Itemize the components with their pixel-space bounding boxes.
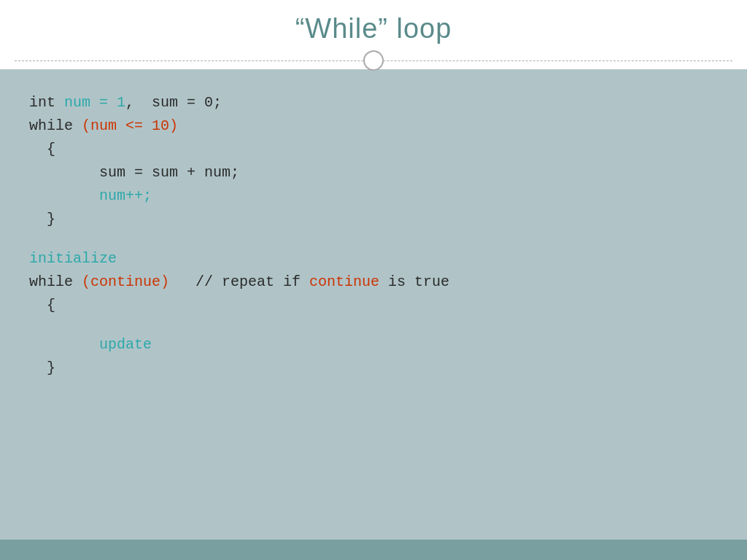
code-block: int num = 1, sum = 0; while (num <= 10) … [29, 91, 718, 380]
code-line-8: while (continue) // repeat if continue i… [29, 271, 718, 294]
code-line-11: } [29, 357, 718, 380]
slide: “While” loop int num = 1, sum = 0; while… [0, 0, 747, 560]
divider-circle [363, 50, 384, 71]
code-line-6: } [29, 208, 718, 231]
label-initialize: initialize [29, 250, 117, 267]
condition-1: (num <= 10) [82, 117, 178, 134]
label-update: update [99, 336, 152, 353]
var-num-init: num = 1 [64, 94, 125, 111]
num-increment: num++; [99, 187, 152, 204]
slide-title: “While” loop [22, 13, 725, 44]
spacer-1 [29, 231, 718, 247]
keyword-while-2: while [29, 273, 82, 290]
divider [0, 52, 747, 69]
code-area: int num = 1, sum = 0; while (num <= 10) … [0, 69, 747, 540]
condition-2: (continue) [82, 273, 169, 290]
code-line-2: while (num <= 10) [29, 114, 718, 138]
code-line-4: sum = sum + num; [29, 161, 718, 184]
spacer-2 [29, 317, 718, 333]
bottom-bar [0, 540, 747, 560]
slide-header: “While” loop [0, 0, 747, 52]
code-line-1: int num = 1, sum = 0; [29, 91, 718, 114]
comment-text: // repeat if [169, 273, 309, 290]
code-line-9: { [29, 294, 718, 317]
comment-end: is true [379, 273, 449, 290]
keyword-int: int [29, 94, 64, 111]
code-line-3: { [29, 138, 718, 161]
sum-init: , sum = 0; [125, 94, 222, 111]
code-line-5: num++; [29, 184, 718, 208]
code-line-7: initialize [29, 247, 718, 271]
keyword-while-1: while [29, 117, 82, 134]
code-line-10: update [29, 333, 718, 357]
continue-keyword: continue [309, 273, 379, 290]
